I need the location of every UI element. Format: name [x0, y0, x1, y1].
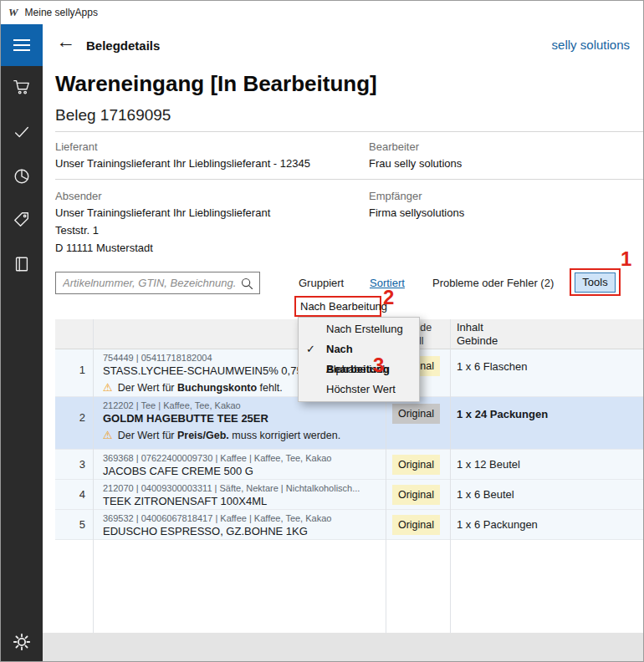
inhalt-value: 1 x 24 Packungen — [450, 397, 644, 449]
article-cell: 212202 | Tee | Kaffee, Tee, Kakao GOLDM … — [93, 397, 386, 449]
annotation-box-2: Nach Bearbeitung — [294, 296, 381, 317]
inhalt-value: 1 x 6 Packungen — [450, 510, 644, 539]
annotation-number-2: 2 — [383, 288, 394, 308]
annotation-number-3: 3 — [373, 355, 384, 375]
status-badge: Original — [392, 404, 440, 424]
lieferant-label: Lieferant — [55, 140, 98, 153]
probleme-button[interactable]: Probleme oder Fehler (2) — [432, 277, 554, 289]
inhalt-value: 1 x 6 Flaschen — [450, 349, 644, 396]
row-number: 3 — [55, 450, 93, 479]
menu-item-nach-erstellung[interactable]: Nach Erstellung — [299, 319, 419, 339]
bearbeiter-label: Bearbeiter — [369, 140, 419, 153]
hamburger-icon — [13, 39, 30, 41]
row-number: 1 — [55, 349, 93, 396]
sidebar-item-cart[interactable] — [1, 71, 43, 103]
status-badge: Original — [392, 485, 440, 505]
cart-icon — [13, 78, 31, 96]
sort-dropdown: Nach Erstellung ✓ Nach Bearbeitung Alpha… — [298, 317, 420, 402]
inhalt-value: 1 x 12 Beutel — [450, 450, 644, 479]
sidebar-item-tags[interactable] — [1, 204, 43, 236]
article-cell: 369368 | 07622400009730 | Kaffee | Kaffe… — [93, 450, 386, 479]
check-icon: ✓ — [306, 339, 315, 359]
title-bar: W Meine sellyApps — [1, 1, 643, 24]
table-gridline — [450, 319, 451, 633]
check-icon — [13, 123, 31, 141]
hamburger-menu-button[interactable] — [1, 24, 43, 66]
sidebar — [1, 24, 43, 662]
inhalt-value: 1 x 6 Beutel — [450, 480, 644, 509]
pie-chart-icon — [13, 167, 31, 186]
status-badge: Original — [392, 455, 440, 475]
warning-icon: ⚠ — [103, 429, 113, 441]
row-number: 5 — [55, 510, 93, 539]
article-cell: 369532 | 04006067818417 | Kaffee | Kaffe… — [93, 510, 386, 539]
menu-item-alphabetisch[interactable]: Alphabetisch — [299, 359, 419, 379]
annotation-box-1: Tools — [570, 268, 621, 296]
article-name: EDUSCHO ESPRESSO, GZ.BOHNE 1KG — [103, 524, 386, 538]
article-name: GOLDM HAGEBUTTE TEE 25ER — [103, 411, 386, 425]
col-inhalt-gebinde: Inhalt Gebinde — [450, 319, 644, 349]
divider — [55, 131, 644, 132]
tools-button[interactable]: Tools — [575, 272, 616, 293]
table-row[interactable]: 3 369368 | 07622400009730 | Kaffee | Kaf… — [55, 450, 644, 480]
article-name: TEEK ZITRONENSAFT 100X4ML — [103, 494, 386, 508]
table-row[interactable]: 4 212070 | 04009300003311 | Säfte, Nekta… — [55, 480, 644, 510]
search-icon[interactable] — [240, 277, 254, 291]
sort-mode-selector[interactable]: Nach Bearbeitung — [300, 300, 387, 313]
warning-message: ⚠Der Wert für Preis/Geb. muss korrigiert… — [103, 429, 386, 441]
menu-item-hoechster-wert[interactable]: Höchster Wert — [299, 379, 419, 400]
app-title: Meine sellyApps — [25, 7, 98, 18]
page-title: Belegdetails — [86, 38, 160, 53]
gear-icon — [13, 633, 31, 651]
menu-item-nach-bearbeitung[interactable]: ✓ Nach Bearbeitung — [299, 339, 419, 359]
tag-icon — [13, 211, 31, 229]
sidebar-item-tasks[interactable] — [1, 116, 43, 148]
article-name: JACOBS CAFE CREME 500 G — [103, 464, 386, 478]
brand-link[interactable]: selly solutions — [552, 38, 630, 52]
absender-label: Absender — [55, 190, 102, 202]
bearbeiter-value: Frau selly solutions — [369, 157, 462, 170]
document-subtitle: Beleg 17169095 — [55, 106, 171, 125]
table-row[interactable]: 5 369532 | 04006067818417 | Kaffee | Kaf… — [55, 510, 644, 540]
row-number: 2 — [55, 397, 93, 449]
gruppiert-button[interactable]: Gruppiert — [299, 277, 344, 289]
article-meta: 369368 | 07622400009730 | Kaffee | Kaffe… — [103, 453, 386, 464]
status-badge: Original — [392, 515, 440, 535]
sidebar-item-statistics[interactable] — [1, 160, 43, 192]
row-number: 4 — [55, 480, 93, 509]
search-box — [55, 272, 260, 294]
absender-line: D 11111 Musterstadt — [55, 242, 153, 254]
empfaenger-value: Firma sellysolutions — [369, 206, 464, 219]
divider — [55, 179, 644, 180]
book-icon — [13, 255, 31, 273]
lieferant-value: Unser Trainingslieferant Ihr Lieblingsli… — [55, 157, 310, 170]
col-number — [55, 319, 93, 349]
sidebar-item-ledger[interactable] — [1, 248, 43, 280]
back-button[interactable]: ← — [56, 32, 75, 51]
annotation-number-1: 1 — [621, 249, 631, 269]
sidebar-item-settings[interactable] — [1, 626, 43, 658]
search-input[interactable] — [56, 272, 259, 293]
document-title: Wareneingang [In Bearbeitung] — [55, 71, 377, 97]
warning-icon: ⚠ — [103, 381, 113, 394]
app-logo-icon: W — [8, 6, 18, 19]
table-row-selected[interactable]: 2 212202 | Tee | Kaffee, Tee, Kakao GOLD… — [55, 397, 644, 450]
article-meta: 369532 | 04006067818417 | Kaffee | Kaffe… — [103, 513, 386, 524]
table-gridline — [93, 319, 94, 633]
bottom-bar — [43, 633, 644, 662]
absender-line: Teststr. 1 — [55, 224, 99, 237]
empfaenger-label: Empfänger — [369, 190, 422, 202]
absender-line: Unser Trainingslieferant Ihr Lieblingsli… — [55, 206, 270, 219]
article-meta: 212070 | 04009300003311 | Säfte, Nektare… — [103, 483, 386, 494]
article-cell: 212070 | 04009300003311 | Säfte, Nektare… — [93, 480, 386, 509]
app-window: W Meine sellyApps — [0, 0, 644, 662]
